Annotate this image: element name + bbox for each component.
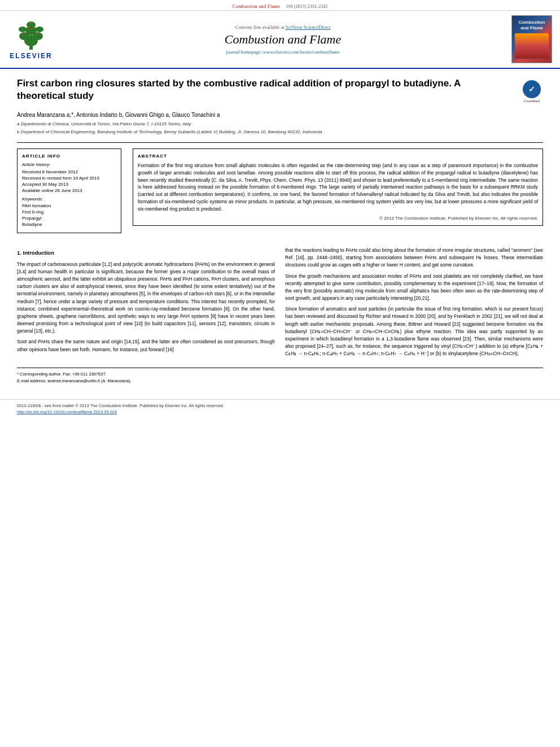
body-para-1: The impact of carbonaceous particulate [… (17, 261, 275, 335)
history-label: Article history: (22, 162, 116, 167)
keyword-4: Butadiyne (22, 222, 116, 227)
svg-point-5 (19, 27, 27, 32)
journal-cover-image (515, 33, 549, 59)
abstract-copyright: © 2013 The Combustion Institute. Publish… (138, 216, 538, 221)
divider-after-affiliations (17, 142, 543, 143)
affiliations: a Dipartimento di Chimica, Università di… (17, 121, 543, 136)
elsevier-logo-section: ELSEVIER (6, 15, 56, 63)
right-column: ABSTRACT Formation of the first ring str… (133, 148, 543, 239)
body-two-column: 1. Introduction The impact of carbonaceo… (17, 247, 543, 361)
journal-name-header: Combustion and Flame (233, 4, 281, 9)
keywords-section: Keywords: PAH formation First 6-ring Pro… (22, 196, 116, 227)
body-col-right: that the reactions leading to PAHs could… (285, 247, 543, 361)
top-bar: Combustion and Flame 160 (2013) 2333–234… (0, 0, 560, 11)
body-para-2: Soot and PAHs share the same nature and … (17, 338, 275, 353)
footnote-corresponding: * Corresponding author. Fax: +39 011 236… (17, 372, 543, 377)
accepted-date: Accepted 30 May 2013 (22, 182, 116, 187)
keyword-3: Propargyl (22, 216, 116, 221)
authors-text: Andrea Maranzana a,*, Antonius Indarto b… (17, 112, 220, 118)
body-para-3: that the reactions leading to PAHs could… (285, 247, 543, 269)
svg-point-9 (36, 32, 37, 34)
header-area: ELSEVIER Contents lists available at Sci… (0, 11, 560, 69)
doi-line[interactable]: http://dx.doi.org/10.1016/j.combustflame… (17, 409, 543, 414)
elsevier-tree-icon (14, 19, 48, 50)
keyword-2: First 6-ring (22, 209, 116, 215)
abstract-text: Formation of the first ring structure fr… (138, 162, 538, 212)
section1-heading: 1. Introduction (17, 249, 275, 257)
abstract-title: ABSTRACT (138, 154, 538, 159)
bottom-bar: 0010-2180/$ - see front matter © 2013 Th… (0, 399, 560, 418)
body-col-left: 1. Introduction The impact of carbonaceo… (17, 247, 275, 361)
svg-point-8 (24, 32, 26, 34)
keyword-1: PAH formation (22, 203, 116, 208)
page-wrapper: Combustion and Flame 160 (2013) 2333–234… (0, 0, 560, 418)
journal-cover: Combustion and Flame (511, 15, 552, 63)
abstract-section: ABSTRACT Formation of the first ring str… (133, 148, 543, 226)
svg-point-10 (27, 27, 29, 28)
svg-point-12 (30, 22, 32, 24)
body-para-5: Since formation of aromatics and soot pa… (285, 305, 543, 357)
sciverse-link[interactable]: SciVerse ScienceDirect (286, 24, 331, 30)
header-center: Contents lists available at SciVerse Sci… (62, 15, 504, 63)
sciverse-prefix: Contents lists available at (235, 24, 285, 30)
crossmark-label: CrossMark (523, 99, 540, 103)
available-date: Available online 28 June 2013 (22, 188, 116, 193)
footnote-email: E-mail address: andrea.maranzana@unito.i… (17, 378, 543, 383)
volume-info: 160 (2013) 2333–2342 (286, 4, 327, 9)
header-right: Combustion and Flame (509, 15, 554, 63)
article-title: First carbon ring closures started by th… (17, 77, 480, 102)
article-info-title: ARTICLE INFO (22, 154, 116, 159)
elsevier-label: ELSEVIER (10, 52, 52, 60)
affiliation-a: a Dipartimento di Chimica, Università di… (17, 121, 543, 128)
crossmark-circle: ✓ (523, 80, 541, 98)
footnotes-area: * Corresponding author. Fax: +39 011 236… (17, 368, 543, 383)
affiliation-b: b Department of Chemical Engineering, Ba… (17, 129, 543, 136)
article-info-box: ARTICLE INFO Article history: Received 8… (17, 148, 121, 233)
journal-cover-title: Combustion and Flame (515, 20, 549, 32)
main-journal-title: Combustion and Flame (225, 32, 342, 47)
svg-point-6 (36, 27, 43, 32)
svg-point-11 (33, 27, 34, 28)
elsevier-logo: ELSEVIER (10, 19, 52, 60)
revised-date: Received in revised form 16 April 2013 (22, 176, 116, 181)
article-body: First carbon ring closures started by th… (0, 69, 560, 394)
crossmark-section: ✓ CrossMark (520, 80, 543, 103)
received-date: Received 8 November 2012 (22, 169, 116, 174)
info-abstract-columns: ARTICLE INFO Article history: Received 8… (17, 148, 543, 239)
issn-line: 0010-2180/$ - see front matter © 2013 Th… (17, 403, 543, 408)
authors-line: Andrea Maranzana a,*, Antonius Indarto b… (17, 112, 543, 118)
sciverse-line: Contents lists available at SciVerse Sci… (235, 24, 331, 30)
keywords-label: Keywords: (22, 196, 116, 202)
body-para-4: Since the growth mechanisms and associat… (285, 273, 543, 303)
journal-homepage[interactable]: journal homepage: www.elsevier.com/locat… (226, 49, 340, 55)
left-column: ARTICLE INFO Article history: Received 8… (17, 148, 121, 239)
title-section: First carbon ring closures started by th… (17, 77, 543, 107)
